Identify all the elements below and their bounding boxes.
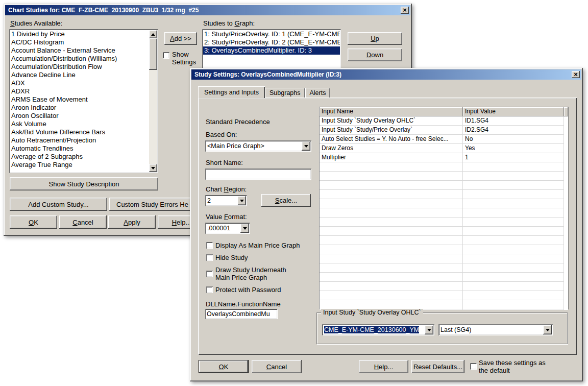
based-on-label: Based On: — [206, 131, 237, 138]
chevron-down-icon — [546, 329, 550, 331]
based-on-value: <Main Price Graph> — [207, 142, 300, 150]
input-value-cell: 1 — [463, 153, 564, 162]
table-row[interactable]: Draw Zeros Yes — [320, 144, 568, 153]
help-button[interactable]: Help... — [359, 360, 408, 373]
studies-available-list[interactable]: 1 Divided by Price AC/DC Histogram Accou… — [9, 29, 158, 173]
list-item[interactable]: 1 Divided by Price — [10, 30, 148, 38]
ok-button[interactable]: OK — [10, 215, 57, 229]
tab-label: Alerts — [310, 89, 326, 96]
apply-button[interactable]: Apply — [108, 215, 156, 229]
display-as-main-checkbox[interactable] — [206, 242, 213, 249]
list-item[interactable]: Advance Decline Line — [10, 71, 148, 79]
arrow-down-icon — [151, 167, 155, 170]
list-item[interactable]: Accumulation/Distribution Flow — [10, 63, 148, 71]
dropdown-button[interactable] — [543, 325, 552, 334]
tab[interactable]: Subgraphs — [265, 88, 305, 98]
table-row[interactable]: Multiplier 1 — [320, 153, 568, 162]
table-row[interactable]: Input Study `Study/Price Overlay` ID2.SG… — [320, 126, 568, 135]
list-item[interactable]: Accumulation/Distribution (Williams) — [10, 55, 148, 63]
draw-underneath-checkbox[interactable] — [206, 271, 213, 277]
list-item[interactable]: Account Balance - External Service — [10, 46, 148, 55]
list-item[interactable]: Auto Retracement/Projection — [10, 136, 148, 144]
hide-study-label: Hide Study — [215, 254, 248, 261]
input-name-cell: Input Study `Study/Price Overlay` — [320, 126, 463, 135]
study-settings-titlebar[interactable]: Study Settings: OverlaysCombinedMultipli… — [191, 69, 581, 80]
column-divider — [564, 116, 564, 310]
dropdown-button[interactable] — [240, 224, 249, 233]
scroll-thumb[interactable] — [149, 38, 157, 70]
value-format-label: Value Format: — [206, 213, 247, 221]
value-format-value: .000001 — [207, 224, 239, 232]
list-item[interactable]: 3: OverlaysCombinedMultiplier. ID: 3 — [203, 46, 340, 55]
short-name-label: Short Name: — [206, 159, 243, 166]
chevron-down-icon — [240, 200, 244, 202]
chevron-down-icon — [243, 227, 247, 230]
draw-underneath-label: Draw Study Underneath Main Price Graph — [215, 266, 302, 281]
protect-password-checkbox[interactable] — [206, 286, 213, 293]
based-on-combo[interactable]: <Main Price Graph> — [205, 140, 311, 152]
dll-function-name-input[interactable] — [205, 309, 278, 319]
table-row[interactable]: Auto Select Studies = Y. No Auto - free … — [320, 135, 568, 144]
scroll-down-button[interactable] — [149, 164, 157, 172]
dropdown-button[interactable] — [237, 196, 246, 205]
close-button[interactable] — [401, 7, 409, 14]
save-settings-checkbox[interactable] — [470, 363, 477, 370]
input-value-header[interactable]: Input Value — [463, 107, 564, 116]
table-row[interactable]: Input Study `Study Overlay OHLC` ID1.SG4 — [320, 116, 568, 126]
chart-region-value: 2 — [207, 197, 236, 205]
list-item[interactable]: AC/DC Histogram — [10, 38, 148, 46]
cancel-button[interactable]: Cancel — [59, 215, 107, 229]
dll-function-name-label: DLLName.FunctionName — [206, 300, 281, 308]
down-button[interactable]: Down — [348, 49, 402, 61]
ok-button[interactable]: OK — [199, 360, 249, 373]
hide-study-checkbox[interactable] — [206, 254, 213, 261]
input-name-header[interactable]: Input Name — [320, 107, 463, 116]
list-item[interactable]: ADXR — [10, 87, 148, 95]
list-item[interactable]: ADX — [10, 79, 148, 87]
tab[interactable]: Alerts — [305, 88, 331, 98]
short-name-input[interactable] — [205, 168, 311, 180]
list-item[interactable]: Average True Range — [10, 161, 148, 169]
list-item[interactable]: ARMS Ease of Movement — [10, 95, 148, 104]
input-study-combo[interactable]: CME_E-YM-CME_20130600_YM — [322, 324, 434, 335]
inputs-table-header: Input Name Input Value — [320, 107, 568, 116]
input-value-cell: ID1.SG4 — [463, 116, 564, 126]
list-item[interactable]: Ask/Bid Volume Difference Bars — [10, 128, 148, 136]
tab[interactable]: Settings and Inputs — [198, 86, 265, 98]
header-strip — [564, 107, 568, 116]
add-button[interactable]: Add >> — [164, 32, 197, 45]
dropdown-button[interactable] — [302, 141, 310, 151]
value-format-combo[interactable]: .000001 — [205, 223, 250, 234]
show-settings-label: Show Settings — [172, 51, 204, 66]
show-study-description-button[interactable]: Show Study Description — [10, 177, 158, 190]
scroll-up-button[interactable] — [149, 30, 157, 38]
show-settings-checkbox[interactable] — [163, 52, 169, 59]
save-settings-label: Save these settings as the default — [479, 359, 553, 374]
studies-available-scrollbar[interactable] — [149, 30, 157, 172]
input-study-group-title: Input Study `Study Overlay OHLC` — [321, 309, 423, 316]
chart-region-combo[interactable]: 2 — [205, 195, 247, 206]
cancel-button[interactable]: Cancel — [252, 360, 302, 373]
add-custom-study-button[interactable]: Add Custom Study... — [10, 198, 107, 211]
input-name-cell: Multiplier — [320, 153, 463, 162]
list-item[interactable]: Automatic Trendlines — [10, 144, 148, 153]
column-divider — [462, 116, 463, 310]
list-item[interactable]: Aroon Oscillator — [10, 112, 148, 120]
reset-defaults-button[interactable]: Reset Defaults... — [411, 360, 464, 373]
close-button[interactable] — [572, 71, 580, 78]
list-item[interactable]: 2: Study/PriceOverlay. ID: 2 (CME_E-YM-C… — [203, 38, 340, 46]
display-as-main-label: Display As Main Price Graph — [215, 242, 300, 249]
subgraph-combo[interactable]: Last (SG4) — [438, 324, 553, 335]
list-item[interactable]: Average of 2 Subgraphs — [10, 153, 148, 161]
dropdown-button[interactable] — [425, 325, 433, 334]
input-study-group: Input Study `Study Overlay OHLC` CME_E-Y… — [316, 312, 568, 344]
list-item[interactable]: 1: Study/PriceOverlay. ID: 1 (CME_E-YM-C… — [203, 30, 340, 38]
scale-button[interactable]: Scale... — [261, 194, 311, 207]
list-item[interactable]: Aroon Indicator — [10, 104, 148, 112]
up-button[interactable]: Up — [348, 32, 402, 45]
chart-studies-titlebar[interactable]: Chart Studies for: CME_F-ZB-CME_20130900… — [5, 5, 410, 15]
tab-label: Subgraphs — [270, 89, 300, 96]
list-item[interactable]: Ask Volume — [10, 120, 148, 128]
chart-region-label: Chart Region: — [206, 185, 247, 193]
study-settings-dialog: Study Settings: OverlaysCombinedMultipli… — [190, 68, 583, 381]
